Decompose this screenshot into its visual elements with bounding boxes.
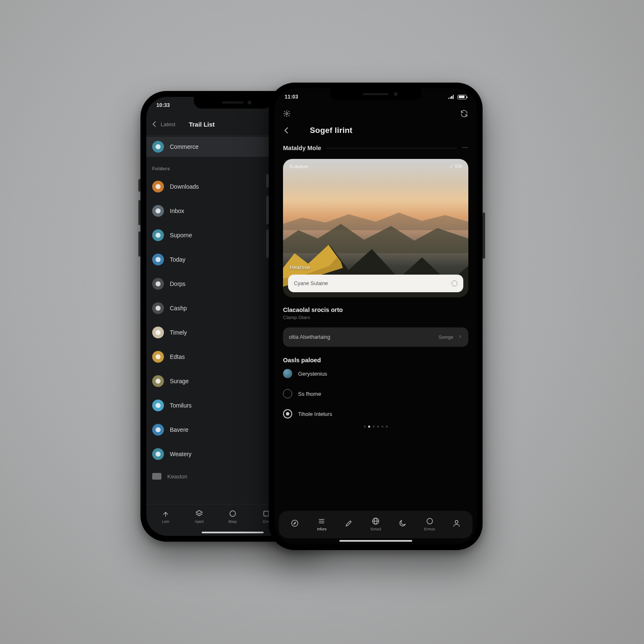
circle-icon	[426, 517, 434, 525]
item-label: Surage	[170, 378, 189, 384]
toolbar	[275, 105, 477, 122]
tab-0[interactable]	[282, 519, 308, 529]
svg-point-11	[292, 520, 298, 527]
tab-4[interactable]	[390, 519, 416, 529]
back-icon[interactable]	[282, 126, 291, 135]
tab-1[interactable]: Apert	[185, 509, 213, 524]
svg-point-1	[230, 511, 235, 516]
target-icon	[283, 409, 292, 418]
item-label: Cashp	[170, 305, 187, 312]
setting-value: Somge	[439, 335, 453, 340]
globe-icon	[283, 369, 292, 378]
notch	[330, 88, 421, 100]
item-icon	[152, 400, 164, 411]
item-label: Downloads	[170, 183, 199, 190]
status-time: 11:03	[285, 94, 298, 100]
option-label: Ss fhome	[298, 391, 321, 397]
item-label: Inbox	[170, 208, 184, 214]
more-icon[interactable]	[462, 144, 468, 152]
item-icon	[152, 424, 164, 436]
tab-5[interactable]: Ermos	[416, 517, 443, 531]
volume-up[interactable]	[138, 200, 140, 225]
item-label: Edtas	[170, 353, 185, 360]
item-icon	[152, 448, 164, 460]
chevron-right-icon	[457, 334, 462, 340]
edit-icon	[345, 519, 353, 527]
back-label[interactable]: Latest	[161, 121, 175, 127]
radio-icon	[283, 389, 292, 398]
user-icon	[452, 519, 461, 527]
divider	[327, 148, 457, 148]
page-dots	[283, 426, 468, 428]
tab-2[interactable]	[335, 519, 362, 529]
item-icon	[152, 375, 164, 387]
volume-down[interactable]	[138, 231, 140, 257]
list-icon	[317, 517, 326, 525]
hero-edit[interactable]: Edit	[449, 164, 462, 169]
item-label: Commerce	[170, 143, 198, 150]
hero-card[interactable]: To Autoro Edit Hearsse Cyane Sulaine	[283, 159, 468, 297]
svg-point-19	[427, 518, 432, 524]
power-button[interactable]	[483, 213, 485, 259]
mute-switch[interactable]	[138, 179, 140, 192]
arrow-up-icon	[161, 509, 170, 518]
globe-icon	[371, 517, 380, 525]
tab-3[interactable]: Simed	[362, 517, 389, 531]
item-label: Dorps	[170, 280, 185, 287]
subsection-caption: Clamp Gtarx	[283, 315, 468, 320]
back-icon[interactable]	[151, 120, 159, 128]
option-1[interactable]: Ss fhome	[283, 384, 468, 404]
volume-up[interactable]	[266, 196, 269, 224]
item-label: Suporne	[170, 232, 192, 239]
tab-0[interactable]: Lsm	[151, 509, 180, 524]
svg-point-20	[455, 520, 458, 523]
hero-input[interactable]: Cyane Sulaine	[288, 275, 463, 292]
home-indicator[interactable]	[339, 540, 412, 542]
content-scroll[interactable]: Mataldy Mole	[275, 140, 477, 510]
item-icon	[152, 327, 164, 338]
notch	[194, 97, 271, 109]
tab-bar: Infors Simed Ermos	[279, 511, 473, 538]
gear-icon[interactable]	[283, 110, 291, 117]
hero-tag: To Autoro	[289, 164, 308, 169]
svg-point-7	[286, 113, 288, 115]
card-icon	[152, 473, 161, 480]
phone-right: 11:03 Sogef lirint Mataldy Mole	[269, 83, 483, 550]
page-title: Sogef lirint	[310, 126, 353, 135]
page-title: Trail List	[189, 121, 215, 128]
volume-down[interactable]	[266, 229, 269, 258]
setting-row[interactable]: oltia Alsethartaing Somge	[283, 327, 468, 347]
item-icon	[152, 141, 164, 153]
subsection-title: Clacaolal srocis orto	[283, 306, 468, 313]
moon-icon	[398, 519, 407, 527]
tab-6[interactable]	[443, 519, 470, 529]
hero-caption: Hearsse	[290, 264, 310, 270]
svg-marker-12	[294, 522, 296, 525]
svg-rect-2	[264, 511, 269, 516]
item-icon	[152, 278, 164, 290]
hero-input-label: Cyane Sulaine	[294, 280, 328, 286]
item-label: Tomilurs	[170, 402, 192, 409]
section-row: Mataldy Mole	[283, 140, 468, 156]
battery-icon	[457, 95, 467, 99]
option-0[interactable]: Gerystenius	[283, 364, 468, 384]
compass-icon	[291, 519, 299, 527]
refresh-icon[interactable]	[460, 109, 468, 118]
item-icon	[152, 229, 164, 241]
item-icon	[152, 351, 164, 363]
setting-label: oltia Alsethartaing	[289, 334, 330, 340]
group-title: Oasls paloed	[283, 357, 468, 364]
mute-switch[interactable]	[266, 174, 269, 187]
item-icon	[152, 181, 164, 192]
status-time: 10:33	[156, 102, 170, 108]
item-label: Today	[170, 256, 185, 263]
tab-1[interactable]: Infors	[309, 517, 335, 531]
circle-icon	[229, 509, 237, 518]
option-label: Tihole Intelurs	[298, 411, 332, 417]
home-indicator[interactable]	[202, 532, 264, 534]
item-icon	[152, 205, 164, 217]
tab-2[interactable]: Bsay	[218, 509, 247, 524]
layers-icon	[195, 509, 203, 518]
option-2[interactable]: Tihole Intelurs	[283, 404, 468, 424]
section-label: Mataldy Mole	[283, 145, 321, 151]
